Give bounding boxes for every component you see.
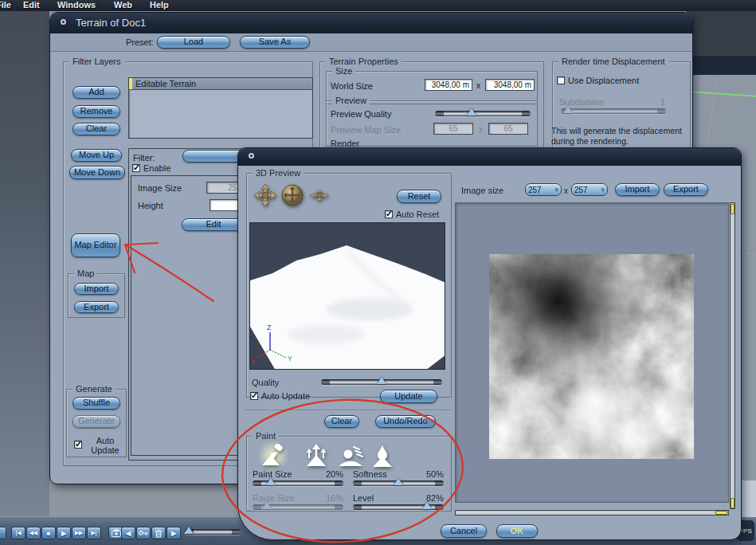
rotate-trackball-icon[interactable] (281, 184, 304, 206)
auto-update-checkbox[interactable] (250, 392, 258, 400)
paint-brush-icon (260, 444, 286, 468)
move-up-button[interactable]: Move Up (71, 149, 122, 162)
stop-button[interactable]: ■ (41, 527, 56, 539)
image-size-by-label: x (564, 186, 568, 195)
update-button[interactable]: Update (380, 390, 437, 403)
filter-label: Filter: (133, 153, 155, 163)
reset-button[interactable]: Reset (397, 190, 441, 203)
play-button[interactable]: ▶ (57, 527, 71, 539)
preview-group-legend: Preview (332, 96, 370, 105)
terrain-3d-viewport[interactable]: Z x Y (249, 222, 445, 370)
raise-size-slider[interactable] (253, 504, 343, 510)
key-icon (139, 530, 148, 536)
terrain-dialog-titlebar[interactable]: Terrain of Doc1 (50, 13, 692, 33)
edit-button[interactable]: Edit (182, 218, 245, 231)
quality-slider[interactable] (321, 379, 442, 385)
shuffle-button[interactable]: Shuffle (72, 397, 120, 410)
dolly-tool-icon[interactable] (309, 188, 330, 202)
window-close-icon[interactable] (61, 19, 66, 25)
map-export-button[interactable]: Export (74, 301, 119, 313)
delete-keyframe-button[interactable] (151, 527, 166, 539)
generate-auto-update-label: Auto Update (87, 436, 123, 455)
rewind-button[interactable]: ◀◀ (26, 527, 41, 539)
raise-lower-tool[interactable] (300, 442, 332, 469)
heightmap-image[interactable] (489, 254, 694, 459)
menu-file[interactable]: File (0, 0, 11, 10)
filter-enable-checkbox[interactable] (132, 164, 140, 172)
pan-tool-icon[interactable] (253, 183, 277, 207)
image-import-button[interactable]: Import (615, 183, 660, 196)
image-size-label: Image Size (138, 183, 182, 193)
raise-size-label: Raise Size (253, 493, 295, 503)
paint-size-value: 20% (319, 469, 343, 479)
map-import-button[interactable]: Import (74, 283, 119, 295)
nav-right-button[interactable]: ▶ (166, 527, 181, 539)
move-down-button[interactable]: Move Down (69, 166, 125, 179)
map-group-legend: Map (74, 269, 97, 278)
map-horizontal-scrollbar[interactable] (455, 510, 729, 516)
layer-list-item[interactable]: Editable Terrain (129, 78, 312, 90)
level-slider[interactable] (353, 504, 444, 510)
smooth-tool[interactable] (335, 444, 366, 468)
preview-map-by-label: x (479, 125, 483, 134)
displacement-note-line1: This will generate the displacement (551, 126, 682, 135)
go-to-start-button[interactable]: |◀ (11, 527, 25, 539)
map-editor-button[interactable]: Map Editor (71, 233, 120, 257)
map-editor-titlebar[interactable] (238, 148, 741, 166)
flatten-drop-tool[interactable] (369, 444, 396, 468)
image-export-button[interactable]: Export (664, 183, 708, 196)
clear-layers-button[interactable]: Clear (72, 123, 120, 135)
subdivision-slider[interactable] (561, 108, 666, 114)
axis-x-label: x (252, 357, 256, 365)
menu-edit[interactable]: Edit (23, 0, 40, 10)
add-layer-button[interactable]: Add (72, 86, 120, 99)
raise-lower-icon (304, 444, 329, 468)
world-size-width-field[interactable]: 3048,00 m (425, 79, 472, 91)
undo-redo-button[interactable]: Undo/Redo (375, 415, 436, 428)
paint-brush-tool[interactable] (257, 441, 289, 470)
key-button[interactable] (136, 527, 151, 539)
terrain-properties-legend: Terrain Properties (326, 57, 402, 66)
generate-auto-update-checkbox[interactable] (74, 441, 82, 449)
preview-quality-slider[interactable] (435, 111, 531, 116)
world-size-height-field[interactable]: 3048,00 m (485, 79, 535, 91)
cancel-button[interactable]: Cancel (441, 524, 487, 538)
image-height-dropdown[interactable]: 257 » (571, 183, 608, 196)
toolbar-partial-button[interactable] (0, 527, 6, 539)
use-displacement-label: Use Displacement (568, 76, 639, 85)
preset-load-button[interactable]: Load (157, 36, 230, 49)
subdivision-value: 1 (660, 97, 665, 107)
ok-button[interactable]: OK (496, 524, 538, 538)
menu-web[interactable]: Web (114, 0, 132, 10)
go-to-end-button[interactable]: ▶| (87, 527, 101, 539)
filter-enable-label: Enable (143, 163, 170, 173)
menu-help[interactable]: Help (150, 0, 169, 10)
scrollbar-thumb[interactable] (731, 498, 734, 508)
preview-quality-label: Preview Quality (331, 109, 391, 119)
clear-button[interactable]: Clear (324, 415, 359, 428)
generate-button[interactable]: Generate (72, 415, 120, 428)
menu-windows[interactable]: Windows (57, 0, 96, 10)
smooth-icon (338, 445, 363, 466)
fast-forward-button[interactable]: ▶▶ (72, 527, 86, 539)
image-width-dropdown[interactable]: 257 » (525, 183, 562, 196)
remove-layer-button[interactable]: Remove (72, 105, 120, 118)
preset-save-as-button[interactable]: Save As (240, 36, 310, 49)
trash-icon (155, 529, 163, 538)
paint-size-slider[interactable] (253, 480, 343, 486)
preview-3d-legend: 3D Preview (253, 168, 304, 178)
auto-reset-checkbox[interactable] (385, 210, 393, 218)
timeline-slider[interactable] (185, 529, 241, 535)
map-vertical-scrollbar[interactable] (730, 202, 735, 509)
scrollbar-thumb[interactable] (715, 511, 727, 515)
softness-slider[interactable] (353, 480, 444, 486)
preview-map-height-field: 65 (488, 123, 528, 135)
layer-list[interactable]: Editable Terrain (128, 77, 313, 139)
preview-map-size-label: Preview Map Size (331, 125, 401, 135)
use-displacement-checkbox[interactable] (557, 76, 565, 84)
nav-left-button[interactable]: ◀ (121, 527, 135, 539)
chevron-down-icon: » (598, 187, 606, 191)
scrollbar-thumb[interactable] (731, 204, 734, 214)
map-editor-dialog: 3D Preview Reset Auto Reset (237, 147, 742, 540)
window-close-icon[interactable] (249, 153, 254, 159)
